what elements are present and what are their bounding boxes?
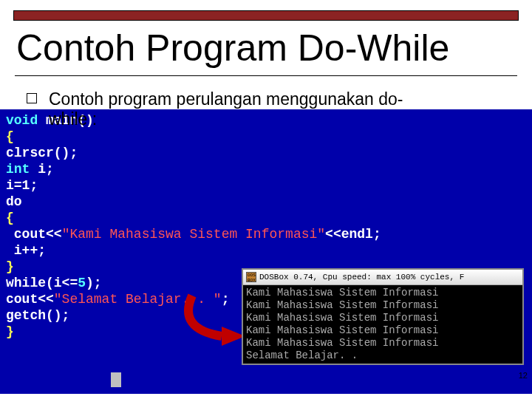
code-string: "Selamat Belajar. . " (54, 292, 222, 307)
code-text: i=1; (6, 178, 38, 193)
bullet-text-wrap: while : (49, 109, 97, 129)
output-line: Kami Mahasiswa Sistem Informasi (246, 324, 438, 336)
code-text: <<endl; (325, 227, 381, 242)
code-text: i++; (6, 243, 46, 258)
output-line: Kami Mahasiswa Sistem Informasi (246, 312, 438, 324)
output-line: Kami Mahasiswa Sistem Informasi (246, 287, 438, 299)
bullet-text: Contoh program perulangan menggunakan do… (49, 89, 517, 111)
slide-title: Contoh Program Do-While (16, 27, 516, 69)
slide-top-bar (13, 10, 519, 21)
dosbox-icon: DOS BOX (246, 272, 256, 282)
output-line: Kami Mahasiswa Sistem Informasi (246, 337, 438, 349)
code-brace: } (6, 259, 14, 274)
code-text: getch(); (6, 308, 69, 323)
code-kw: do (6, 194, 22, 209)
code-brace: } (6, 324, 14, 339)
page-number: 12 (519, 371, 528, 380)
code-kw: void (6, 113, 38, 128)
code-text: ; (222, 292, 230, 307)
code-text: clrscr(); (6, 146, 78, 160)
editor-cursor (111, 372, 121, 387)
code-kw: int (6, 162, 30, 177)
code-text: cout<< (6, 227, 62, 242)
output-body: Kami Mahasiswa Sistem Informasi Kami Mah… (243, 285, 522, 364)
output-title-text: DOSBox 0.74, Cpu speed: max 100% cycles,… (259, 273, 464, 282)
output-window: DOS BOX DOSBox 0.74, Cpu speed: max 100%… (242, 268, 524, 365)
code-text: (i<= (46, 276, 78, 290)
output-line: Selamat Belajar. . (246, 349, 358, 361)
code-kw: while (6, 276, 46, 290)
bullet-icon (27, 93, 37, 103)
code-text: i; (30, 162, 53, 177)
output-titlebar: DOS BOX DOSBox 0.74, Cpu speed: max 100%… (243, 270, 522, 285)
title-underline (15, 75, 517, 76)
bullet-item: Contoh program perulangan menggunakan do… (27, 89, 517, 111)
code-brace: { (6, 211, 14, 225)
output-line: Kami Mahasiswa Sistem Informasi (246, 299, 438, 311)
code-text: cout<< (6, 292, 54, 307)
code-string: "Kami Mahasiswa Sistem Informasi" (62, 227, 325, 242)
code-num: 5 (78, 276, 86, 290)
code-text: ); (86, 276, 102, 290)
code-brace: { (6, 129, 14, 144)
